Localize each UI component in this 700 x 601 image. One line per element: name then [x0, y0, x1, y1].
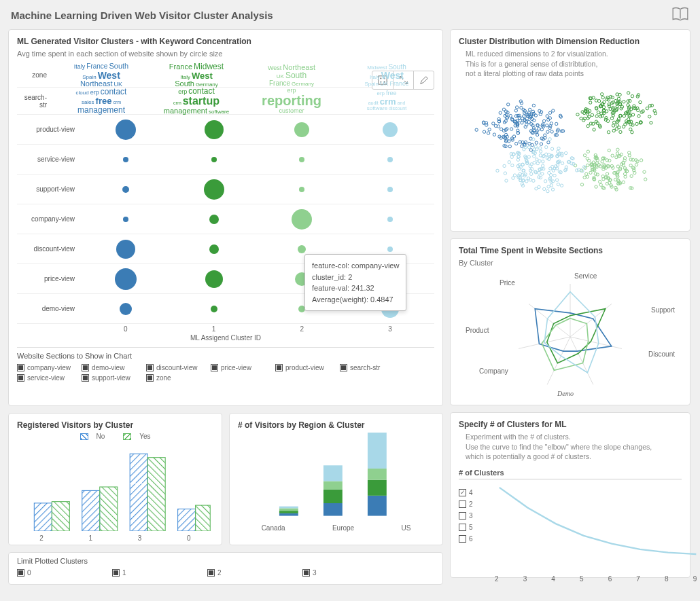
svg-point-308	[627, 92, 629, 94]
svg-point-395	[596, 173, 599, 176]
limit-check[interactable]: 1	[112, 569, 207, 577]
cluster-radio[interactable]: ✓4	[459, 489, 486, 496]
svg-point-504	[550, 184, 553, 187]
svg-point-243	[608, 103, 610, 106]
svg-point-417	[643, 170, 646, 173]
svg-point-212	[597, 100, 600, 103]
svg-point-211	[576, 113, 579, 116]
svg-point-275	[616, 124, 618, 126]
svg-point-35	[509, 114, 512, 117]
svg-point-418	[586, 164, 589, 166]
cluster-radio[interactable]: 6	[459, 535, 486, 543]
svg-point-159	[521, 145, 523, 147]
svg-point-129	[550, 122, 553, 125]
filter-check[interactable]: service-view	[17, 374, 82, 382]
row-label: demo-view	[17, 305, 82, 312]
help-book-icon[interactable]	[671, 7, 689, 24]
svg-rect-22	[323, 481, 343, 490]
cluster-radio[interactable]: 3	[459, 512, 486, 520]
svg-point-113	[504, 140, 507, 143]
svg-point-172	[546, 130, 549, 133]
registered-visitors-card: Registered Visitors by Cluster No Yes	[8, 413, 222, 545]
svg-point-253	[648, 115, 651, 118]
svg-point-234	[587, 125, 589, 128]
svg-rect-16	[279, 513, 298, 516]
svg-point-30	[483, 130, 485, 133]
svg-point-548	[513, 174, 516, 177]
svg-point-473	[564, 151, 567, 154]
cluster-radio[interactable]: 2	[459, 500, 486, 508]
svg-point-519	[549, 173, 552, 176]
svg-point-497	[503, 164, 506, 167]
svg-point-553	[496, 169, 499, 172]
svg-point-449	[630, 175, 633, 177]
radar-chart[interactable]	[459, 272, 682, 395]
svg-point-60	[548, 126, 551, 129]
svg-rect-14	[178, 509, 196, 532]
svg-point-390	[635, 163, 637, 166]
svg-point-615	[541, 172, 544, 175]
filter-check[interactable]: company-view	[17, 364, 82, 371]
limit-check[interactable]: 3	[302, 569, 398, 577]
svg-point-509	[508, 161, 510, 164]
limit-check[interactable]: 0	[17, 569, 112, 577]
svg-point-375	[583, 176, 586, 179]
svg-point-376	[595, 185, 597, 188]
svg-point-143	[528, 108, 531, 111]
svg-point-491	[538, 171, 540, 174]
svg-marker-626	[547, 309, 606, 363]
filter-check[interactable]: product-view	[275, 364, 340, 371]
svg-point-336	[589, 101, 592, 104]
svg-point-559	[512, 177, 514, 179]
svg-point-406	[585, 172, 588, 175]
svg-point-111	[538, 128, 540, 130]
svg-rect-10	[100, 487, 118, 531]
svg-point-69	[514, 109, 517, 112]
svg-point-496	[539, 150, 542, 153]
svg-marker-627	[542, 318, 588, 371]
svg-point-138	[555, 122, 558, 125]
svg-point-78	[519, 100, 522, 103]
svg-point-74	[535, 141, 538, 144]
filter-check[interactable]: zone	[146, 374, 211, 382]
row-label: discount-view	[17, 245, 82, 253]
svg-point-583	[550, 147, 553, 150]
svg-point-103	[532, 104, 535, 107]
svg-point-374	[589, 171, 592, 174]
section-filter-title: Website Sections to Show in Chart	[17, 347, 434, 360]
row-label: product-view	[17, 126, 82, 133]
svg-point-254	[623, 115, 625, 117]
limit-check[interactable]: 2	[207, 569, 302, 577]
svg-point-314	[607, 130, 610, 133]
xtick: 0	[82, 325, 170, 333]
filter-check[interactable]: discount-view	[146, 364, 211, 371]
svg-point-337	[639, 101, 642, 103]
svg-point-437	[611, 154, 614, 157]
svg-point-158	[502, 129, 505, 132]
svg-point-526	[541, 164, 544, 167]
filter-check[interactable]: search-str	[340, 364, 404, 371]
svg-point-135	[548, 111, 551, 114]
svg-point-178	[510, 128, 512, 130]
scatter-chart[interactable]	[459, 79, 682, 208]
cluster-radio[interactable]: 5	[459, 524, 486, 531]
svg-point-555	[543, 187, 546, 190]
reg-chart[interactable]	[17, 443, 213, 531]
filter-check[interactable]: support-view	[82, 374, 146, 382]
radar-card: Total Time Spent in Website Sections By …	[450, 238, 690, 405]
svg-point-295	[637, 115, 640, 117]
svg-point-447	[603, 187, 606, 189]
svg-point-170	[488, 128, 491, 131]
filter-check[interactable]: price-view	[211, 364, 275, 371]
row-label: search-str	[17, 94, 54, 109]
svg-point-283	[613, 121, 616, 124]
svg-point-521	[505, 179, 508, 182]
region-chart[interactable]	[238, 433, 434, 521]
elbow-chart[interactable]	[491, 484, 700, 572]
bubble-title: ML Generated Visitor Clusters - with Key…	[17, 37, 434, 46]
xtick: 1	[170, 325, 258, 333]
svg-point-118	[546, 124, 548, 127]
filter-check[interactable]: demo-view	[82, 364, 146, 371]
bubble-subtitle: Avg time spent in each section of websit…	[17, 49, 434, 59]
svg-point-236	[595, 115, 598, 117]
